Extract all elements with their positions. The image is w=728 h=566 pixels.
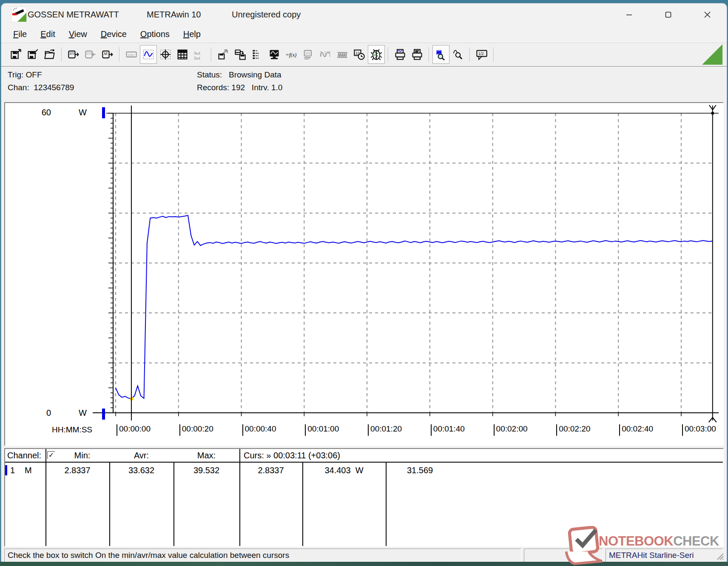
print-icon[interactable] — [409, 45, 426, 64]
svg-text:=f(x): =f(x) — [285, 52, 296, 58]
svg-text:321: 321 — [69, 51, 75, 55]
debug-bug-icon[interactable] — [368, 45, 385, 64]
x-tick-time: 00:01:20 — [370, 424, 402, 434]
device-read-icon[interactable]: 321 — [65, 45, 82, 64]
formula-fx-icon[interactable]: =f(x) — [283, 45, 300, 64]
x-tick-pipe — [305, 424, 306, 436]
row-avr-value: 33.632 — [109, 464, 173, 476]
wordmark-check: CHECK — [673, 534, 719, 549]
minimize-button[interactable] — [615, 5, 643, 24]
records-label: Records: — [197, 83, 229, 92]
menu-view[interactable]: View — [62, 27, 94, 41]
x-tick-pipe — [117, 424, 117, 436]
row-channel-mode: M — [25, 464, 32, 476]
device-save-icon[interactable] — [232, 45, 249, 64]
minmax-checkbox[interactable]: ✓ — [47, 451, 55, 459]
save-export-icon[interactable] — [7, 45, 24, 64]
menu-edit[interactable]: Edit — [34, 27, 62, 41]
device-config-icon: 321 — [300, 45, 317, 64]
toolbar-separator — [211, 47, 212, 62]
x-tick-pipe — [682, 424, 683, 436]
channel-list-icon[interactable] — [249, 45, 266, 64]
x-tick-time: 00:02:40 — [622, 424, 653, 434]
resize-grip-triangle — [702, 44, 722, 65]
export-copy-icon[interactable] — [215, 45, 232, 64]
print-preview-icon[interactable] — [392, 45, 409, 64]
datetime-clock-icon[interactable]: 12 — [351, 45, 368, 64]
memory-read-icon[interactable]: M — [99, 45, 116, 64]
x-tick-time: 00:00:00 — [119, 424, 151, 434]
header-channel: Channel: — [7, 449, 41, 461]
statusbar-message: Check the box to switch On the min/avr/m… — [4, 549, 521, 562]
x-tick-pipe — [619, 424, 620, 436]
x-tick-label: 00:01:40 — [431, 424, 465, 436]
status-readout: Status: Browsing Data — [197, 70, 282, 80]
row-delta-value: 31.569 — [407, 464, 433, 476]
wave-compare-icon — [317, 45, 334, 64]
menu-device[interactable]: Device — [94, 27, 134, 41]
header-avr: Avr: — [109, 449, 173, 461]
y-axis-unit-bottom: W — [79, 408, 87, 418]
trigger-status: Trig: OFF — [8, 70, 42, 80]
x-tick-label: 00:03:00 — [682, 424, 716, 436]
records-readout: Records: 192 Intrv. 1.0 — [197, 83, 282, 92]
open-folder-icon[interactable] — [41, 45, 58, 64]
cursor2-unit: W — [355, 466, 364, 475]
license-label: Unregistered copy — [232, 3, 301, 26]
acquisition-info-row: Trig: OFF Chan: 123456789 Status: Browsi… — [1, 66, 727, 100]
power-line-chart[interactable] — [5, 103, 723, 445]
x-tick-time: 00:03:00 — [685, 424, 716, 434]
menu-help[interactable]: Help — [176, 27, 208, 41]
menu-options[interactable]: Options — [134, 27, 176, 41]
cursor2-number: 34.403 — [324, 466, 350, 475]
x-tick-time: 00:00:40 — [245, 424, 276, 434]
zoom-single-icon[interactable] — [449, 45, 466, 64]
x-tick-time: 00:00:20 — [182, 424, 213, 434]
zoom-wave-icon[interactable] — [432, 45, 449, 64]
table-divider — [386, 462, 387, 546]
row-cursor2-value: 34.403 W — [302, 464, 386, 476]
table-view-icon[interactable] — [174, 45, 191, 64]
lcd-display-icon: 1257 — [123, 45, 140, 64]
row-min-value: 2.8337 — [46, 464, 109, 476]
row-channel-number: 1 — [10, 464, 15, 476]
menu-file[interactable]: File — [6, 27, 34, 41]
brand-title: GOSSEN METRAWATT — [28, 3, 119, 26]
svg-text:321: 321 — [86, 51, 92, 55]
x-tick-pipe — [556, 424, 557, 436]
close-button[interactable] — [694, 5, 721, 24]
histogram-view-icon — [191, 45, 208, 64]
svg-text:321: 321 — [305, 51, 311, 55]
toolbar-separator — [119, 47, 120, 62]
scope-view-icon[interactable] — [157, 45, 174, 64]
chan-value: 123456789 — [34, 83, 74, 92]
row-cursor1-value: 2.8337 — [239, 464, 302, 476]
app-logo-icon — [11, 7, 27, 22]
monitor-online-icon[interactable] — [266, 45, 283, 64]
svg-text:1257: 1257 — [128, 53, 135, 57]
waveform-view-icon[interactable] — [140, 45, 157, 64]
comment-note-icon[interactable]: 1/2 — [473, 45, 490, 64]
maximize-button[interactable] — [654, 5, 682, 24]
interval-label: Intrv. — [252, 83, 269, 92]
x-tick-pipe — [494, 424, 495, 436]
x-tick-label: 00:01:00 — [305, 424, 339, 436]
notebookcheck-watermark: NOTEBOOKCHECK — [562, 526, 728, 566]
row-max-value: 39.532 — [173, 464, 239, 476]
x-tick-label: 00:01:20 — [368, 424, 402, 436]
table-divider — [239, 449, 240, 546]
x-tick-time: 00:01:00 — [307, 424, 339, 434]
status-value: Browsing Data — [229, 70, 282, 79]
x-tick-label: 00:00:20 — [179, 424, 213, 436]
save-import-icon[interactable] — [24, 45, 41, 64]
toolbar-separator — [429, 47, 429, 62]
records-value: 192 — [231, 83, 245, 92]
x-tick-label: 00:00:00 — [117, 424, 151, 436]
wave-envelope-icon — [334, 45, 351, 64]
table-divider — [46, 449, 46, 546]
chart-panel[interactable]: 60 W 0 W HH:MM:SS 00:00:0000:00:2000:00:… — [4, 102, 724, 446]
channel-status: Chan: 123456789 — [8, 83, 74, 92]
header-max: Max: — [173, 449, 239, 461]
trig-value: OFF — [26, 70, 42, 79]
x-axis-caption: HH:MM:SS — [52, 425, 92, 435]
